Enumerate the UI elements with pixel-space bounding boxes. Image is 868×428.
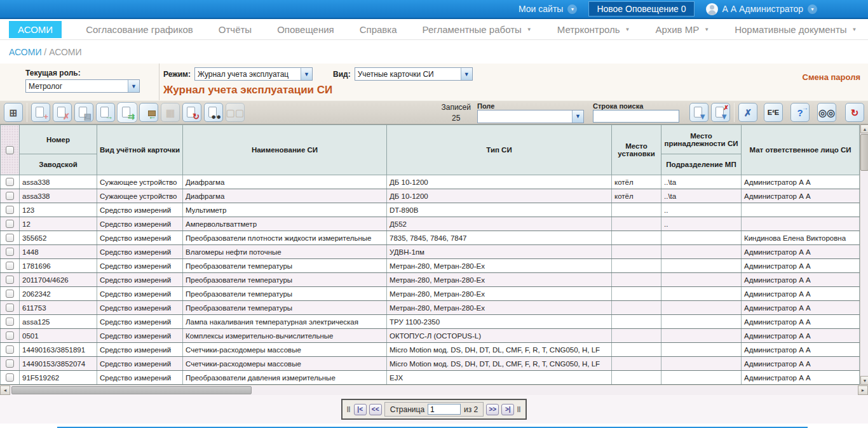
next-page-button[interactable]: >> <box>486 404 499 415</box>
nav-tab-5[interactable]: Справка <box>358 22 398 37</box>
nav-tab-9[interactable]: Нормативные документы▼ <box>733 22 858 37</box>
import-card-icon[interactable]: ← <box>139 103 158 122</box>
column-header-3[interactable]: Наименование СИ <box>183 125 387 175</box>
nav-tab-6[interactable]: Регламентные работы▼ <box>421 22 533 37</box>
chevron-down-icon[interactable]: ▼ <box>128 80 139 92</box>
chevron-down-icon[interactable]: ▼ <box>301 68 312 80</box>
last-page-button[interactable]: >| <box>501 404 514 415</box>
refresh-card-icon[interactable]: ↻ <box>182 103 201 122</box>
row-checkbox[interactable] <box>6 220 14 228</box>
row-checkbox[interactable] <box>6 359 14 368</box>
table-row[interactable]: 2062342Средство измеренийПреобразователи… <box>1 287 860 301</box>
column-header-6[interactable]: Место принадлежности СИ <box>661 125 742 154</box>
table-row[interactable]: 14490163/3851891Средство измеренийСчетчи… <box>1 343 860 357</box>
page-number-input[interactable] <box>428 404 461 415</box>
row-checkbox[interactable] <box>6 276 14 284</box>
row-checkbox[interactable] <box>6 178 14 186</box>
select-all-header[interactable] <box>1 125 20 175</box>
row-checkbox[interactable] <box>6 345 14 354</box>
nav-tab-1[interactable]: АСОМИ <box>9 21 62 38</box>
table-row[interactable]: 611753Средство измеренийПреобразователи … <box>1 301 860 315</box>
column-header-1[interactable]: Номер <box>20 125 97 154</box>
table-row[interactable]: 1448Средство измеренийВлагомеры нефти по… <box>1 245 860 259</box>
cell-col-3: Мультиметр <box>183 203 387 217</box>
table-row[interactable]: assa125Средство измеренийЛампа накаливан… <box>1 315 860 329</box>
horizontal-scroll-thumb[interactable] <box>11 386 252 394</box>
refresh-icon[interactable]: ↻ <box>845 103 864 122</box>
find-card-icon[interactable]: ●● <box>204 103 223 122</box>
cell-col-3: Диафрагма <box>183 175 387 189</box>
field-select[interactable]: ▼ <box>477 110 584 123</box>
table-row[interactable]: 123Средство измеренийМультиметрDT-890B .… <box>1 203 860 217</box>
table-row[interactable]: assa338Сужающее устройствоДиафрагмаДБ 10… <box>1 189 860 203</box>
scroll-down-icon[interactable]: ▼ <box>860 376 868 385</box>
toolbar-separator <box>27 103 27 122</box>
vertical-scroll-thumb[interactable] <box>860 134 868 171</box>
clear-filter-icon[interactable]: ▼✗ <box>711 103 730 122</box>
role-select[interactable]: Метролог ▼ <box>25 79 140 93</box>
row-checkbox[interactable] <box>6 192 14 200</box>
first-page-button[interactable]: |< <box>354 404 367 415</box>
vertical-scrollbar[interactable]: ▲ ▼ <box>860 124 868 385</box>
search-input[interactable] <box>593 110 679 123</box>
column-header-2[interactable]: Вид учётной карточки <box>97 125 183 175</box>
row-checkbox[interactable] <box>6 206 14 214</box>
table-row[interactable]: 91F519262Средство измеренийПреобразовате… <box>1 371 860 385</box>
table-row[interactable]: 355652Средство измеренийПреобразователи … <box>1 231 860 245</box>
scroll-up-icon[interactable]: ▲ <box>860 124 868 133</box>
table-row[interactable]: 1781696Средство измеренийПреобразователи… <box>1 259 860 273</box>
table-row[interactable]: 2011704/4626Средство измеренийПреобразов… <box>1 273 860 287</box>
print-card-icon[interactable]: ▤ <box>74 103 93 122</box>
table-row[interactable]: 12Средство измеренийАмпервольтваттметрД5… <box>1 217 860 231</box>
add-card-icon[interactable]: + <box>31 103 50 122</box>
nav-tab-label: АСОМИ <box>18 24 53 35</box>
row-checkbox[interactable] <box>6 331 14 340</box>
horizontal-scrollbar[interactable]: ◄ ► <box>0 385 868 395</box>
column-header-4[interactable]: Тип СИ <box>387 125 612 175</box>
row-checkbox[interactable] <box>6 373 14 382</box>
help-icon[interactable]: ?→ <box>790 103 810 122</box>
change-password-link[interactable]: Смена пароля <box>803 72 860 82</box>
column-subheader-6[interactable]: Подразделение МП <box>661 154 742 175</box>
nav-tab-3[interactable]: Отчёты <box>217 22 253 37</box>
row-checkbox[interactable] <box>6 248 14 256</box>
e2e-icon[interactable]: E²E <box>764 103 783 122</box>
select-all-checkbox[interactable] <box>6 146 14 154</box>
row-checkbox[interactable] <box>6 318 14 326</box>
user-menu[interactable]: А А Администратор ▼ <box>706 3 817 15</box>
cell-col-3: Преобразователи температуры <box>183 273 387 287</box>
tools-icon[interactable]: ✗ <box>738 103 757 122</box>
filter-icon[interactable]: ▼ <box>689 103 709 122</box>
chevron-down-icon[interactable]: ▼ <box>461 68 472 80</box>
column-header-7[interactable]: Мат ответственное лицо СИ <box>742 125 860 175</box>
row-checkbox[interactable] <box>6 304 14 312</box>
column-subheader-1[interactable]: Заводской <box>20 154 97 175</box>
row-checkbox[interactable] <box>6 262 14 270</box>
hierarchy-icon[interactable]: ⊞ <box>4 103 23 122</box>
delete-card-icon[interactable]: ✗ <box>53 103 72 122</box>
scroll-left-icon[interactable]: ◄ <box>0 385 10 395</box>
prev-page-button[interactable]: << <box>369 404 382 415</box>
mode-select[interactable]: Журнал учета эксплуатац ▼ <box>194 67 313 81</box>
table-row[interactable]: 0501Средство измеренийКомплексы измерите… <box>1 329 860 343</box>
nav-tab-8[interactable]: Архив МР▼ <box>654 22 711 37</box>
my-sites-menu[interactable]: Мои сайты ▼ <box>519 4 577 14</box>
nav-tab-2[interactable]: Согласование графиков <box>85 22 194 37</box>
avatar <box>706 3 718 15</box>
new-notification-button[interactable]: Новое Оповещение 0 <box>588 1 694 17</box>
table-row[interactable]: assa338Сужающее устройствоДиафрагмаДБ 10… <box>1 175 860 189</box>
cell-col-6 <box>661 329 742 343</box>
view-select[interactable]: Учетные карточки СИ ▼ <box>355 67 473 81</box>
column-header-5[interactable]: Место установки <box>612 125 661 175</box>
chevron-down-icon[interactable]: ▼ <box>572 110 583 123</box>
export-all-cards-icon[interactable]: ⇉ <box>118 103 137 122</box>
table-row[interactable]: 14490153/3852074Средство измеренийСчетчи… <box>1 357 860 371</box>
nav-tab-4[interactable]: Оповещения <box>276 22 336 37</box>
row-checkbox[interactable] <box>6 234 14 242</box>
history-icon[interactable]: ◎◎ <box>817 103 836 122</box>
scroll-right-icon[interactable]: ► <box>858 385 868 395</box>
breadcrumb-root-link[interactable]: АСОМИ <box>9 47 41 57</box>
row-checkbox[interactable] <box>6 290 14 298</box>
export-card-icon[interactable]: → <box>96 103 115 122</box>
nav-tab-7[interactable]: Метрконтроль▼ <box>556 22 632 37</box>
